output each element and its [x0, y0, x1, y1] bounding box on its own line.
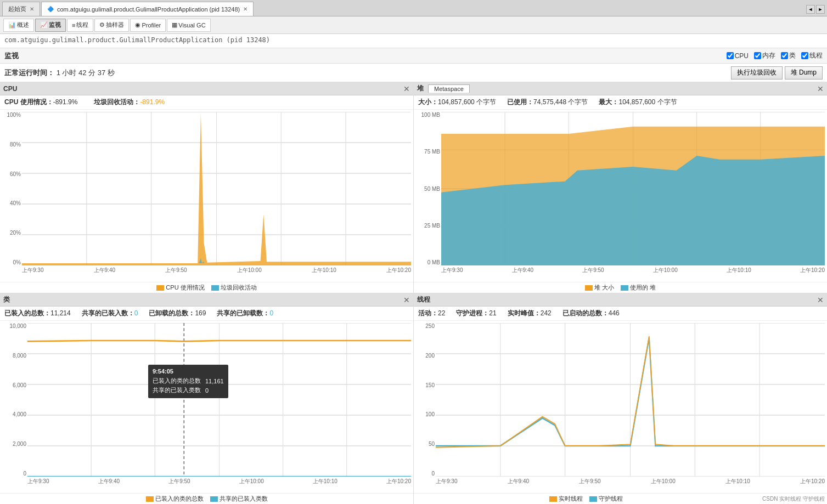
- tooltip-row-1: 已装入的类的总数 11,161: [153, 376, 224, 386]
- classes-stats: 已装入的总数：11,214 共享的已装入数：0 已卸载的总数：169 共享的已卸…: [0, 307, 413, 321]
- heap-stats: 大小：104,857,600 个字节 已使用：74,575,448 个字节 最大…: [414, 95, 827, 110]
- heap-x-5: 上午10:10: [727, 267, 751, 274]
- monitor-checkboxes: CPU 内存 类 线程: [727, 51, 823, 60]
- nav-prev-btn[interactable]: ◄: [806, 5, 815, 14]
- cpu-y-0: 0%: [1, 259, 21, 265]
- cpu-y-20: 20%: [1, 230, 21, 236]
- visualgc-icon: ▦: [172, 21, 177, 29]
- cpu-panel-header: CPU ✕: [0, 82, 413, 95]
- runtime-label: 正常运行时间：: [4, 69, 54, 77]
- threads-panel: 线程 ✕ 活动：22 守护进程：21 实时峰值：242 已启动的总数：446: [414, 293, 827, 504]
- cls-x-4: 上午10:00: [239, 478, 264, 485]
- cls-y-8000: 8,000: [1, 353, 26, 359]
- overview-icon: 📊: [8, 21, 16, 29]
- heap-panel: 堆 Metaspace ✕ 大小：104,857,600 个字节 已使用：74,…: [414, 82, 827, 293]
- heap-x-4: 上午10:00: [653, 267, 678, 274]
- monitor-header: 监视 CPU 内存 类 线程: [0, 48, 827, 64]
- thr-x-5: 上午10:10: [725, 478, 750, 485]
- heap-y-50: 50 MB: [415, 186, 440, 192]
- threads-panel-title: 线程: [417, 295, 430, 304]
- monitor-icon: 📈: [40, 21, 48, 29]
- cpu-x-2: 上午9:40: [94, 267, 115, 274]
- runtime-info: 正常运行时间： 1 小时 42 分 37 秒: [4, 68, 115, 78]
- thr-y-100: 100: [415, 411, 435, 417]
- threads-icon: ≡: [72, 22, 75, 29]
- heap-dump-button[interactable]: 堆 Dump: [785, 66, 823, 80]
- classes-panel-close[interactable]: ✕: [403, 296, 410, 304]
- threads-panel-close[interactable]: ✕: [817, 296, 824, 304]
- cpu-y-80: 80%: [1, 141, 21, 148]
- app-url-bar: com.atguigu.gulimall.product.GulimallPro…: [0, 34, 827, 48]
- classes-tooltip: 9:54:05 已装入的类的总数 11,161 共享的已装入类数 0: [148, 365, 228, 398]
- cpu-legend: CPU 使用情况 垃圾回收活动: [0, 282, 413, 293]
- cpu-x-4: 上午10:00: [237, 267, 262, 274]
- toolbar-btn-threads[interactable]: ≡ 线程: [67, 19, 93, 32]
- thr-y-200: 200: [415, 353, 435, 359]
- checkbox-cpu[interactable]: CPU: [727, 52, 749, 60]
- cpu-panel: CPU ✕ CPU 使用情况：-891.9% 垃圾回收活动：-891.9%: [0, 82, 413, 293]
- checkbox-threads[interactable]: 线程: [801, 51, 823, 60]
- classes-panel-title: 类: [3, 295, 10, 304]
- tab-home-close[interactable]: ✕: [30, 6, 34, 12]
- cls-y-2000: 2,000: [1, 441, 26, 447]
- toolbar-btn-sampler[interactable]: ⚙ 抽样器: [94, 19, 129, 32]
- toolbar-btn-profiler[interactable]: ◉ Profiler: [130, 19, 166, 32]
- cpu-y-60: 60%: [1, 171, 21, 177]
- heap-y-100: 100 MB: [415, 112, 440, 118]
- tooltip-row-2: 共享的已装入类数 0: [153, 386, 224, 395]
- sampler-icon: ⚙: [99, 21, 105, 29]
- thr-y-250: 250: [415, 323, 435, 329]
- cpu-panel-title: CPU: [3, 85, 17, 93]
- cls-x-5: 上午10:10: [313, 478, 337, 485]
- tab-app-label: com.atguigu.gulimall.product.GulimallPro…: [57, 6, 240, 13]
- thr-x-4: 上午10:00: [651, 478, 676, 485]
- threads-label: 线程: [76, 21, 88, 29]
- overview-label: 概述: [17, 21, 29, 29]
- cpu-x-3: 上午9:50: [165, 267, 187, 274]
- threads-legend: 实时线程 守护线程 CSDN 实时线程 守护线程: [414, 493, 827, 504]
- tab-icon: 🔷: [47, 6, 54, 12]
- heap-y-75: 75 MB: [415, 149, 440, 155]
- sampler-label: 抽样器: [106, 21, 124, 29]
- monitor-title: 监视: [4, 51, 19, 61]
- cpu-x-6: 上午10:20: [386, 267, 411, 274]
- gc-button[interactable]: 执行垃圾回收: [731, 66, 783, 80]
- tab-app[interactable]: 🔷 com.atguigu.gulimall.product.GulimallP…: [41, 2, 254, 16]
- checkbox-classes[interactable]: 类: [781, 51, 796, 60]
- toolbar-btn-monitor[interactable]: 📈 监视: [35, 19, 66, 32]
- thr-x-1: 上午9:30: [436, 478, 457, 485]
- app-url-text: com.atguigu.gulimall.product.GulimallPro…: [4, 36, 270, 44]
- monitor-label: 监视: [49, 21, 61, 29]
- heap-y-25: 25 MB: [415, 223, 440, 229]
- heap-panel-title: 堆: [417, 84, 424, 93]
- threads-chart-area: 250 200 150 100 50 0 上午9:30 上午9:40 上午9:5…: [414, 321, 827, 493]
- tab-home[interactable]: 起始页 ✕: [2, 2, 40, 16]
- heap-panel-close[interactable]: ✕: [817, 84, 824, 93]
- threads-stats: 活动：22 守护进程：21 实时峰值：242 已启动的总数：446: [414, 307, 827, 321]
- heap-tabs: Metaspace: [428, 84, 470, 93]
- toolbar-btn-overview[interactable]: 📊 概述: [3, 19, 34, 32]
- cpu-panel-close[interactable]: ✕: [403, 84, 410, 93]
- nav-next-btn[interactable]: ►: [816, 5, 825, 14]
- toolbar-btn-visualgc[interactable]: ▦ Visual GC: [167, 19, 210, 32]
- cpu-x-5: 上午10:10: [312, 267, 336, 274]
- heap-chart-svg: [441, 112, 825, 265]
- heap-x-2: 上午9:40: [512, 267, 533, 274]
- heap-tab-metaspace[interactable]: Metaspace: [428, 84, 470, 93]
- cls-y-4000: 4,000: [1, 411, 26, 417]
- cpu-chart-svg: [22, 112, 411, 265]
- tab-home-label: 起始页: [8, 5, 26, 13]
- checkbox-memory[interactable]: 内存: [754, 51, 775, 60]
- tab-app-close[interactable]: ✕: [243, 6, 247, 12]
- thr-x-6: 上午10:20: [800, 478, 825, 485]
- heap-x-1: 上午9:30: [441, 267, 463, 274]
- app-toolbar: 📊 概述 📈 监视 ≡ 线程 ⚙ 抽样器 ◉ Profiler ▦ Visual…: [0, 16, 827, 34]
- cls-y-0: 0: [1, 471, 26, 477]
- cls-x-1: 上午9:30: [27, 478, 49, 485]
- heap-chart-area: 100 MB 75 MB 50 MB 25 MB 0 MB 上午9:30 上午9…: [414, 110, 827, 282]
- cpu-x-1: 上午9:30: [22, 267, 43, 274]
- main-grid: CPU ✕ CPU 使用情况：-891.9% 垃圾回收活动：-891.9%: [0, 82, 827, 504]
- thr-x-3: 上午9:50: [579, 478, 600, 485]
- heap-x-6: 上午10:20: [800, 267, 825, 274]
- runtime-row: 正常运行时间： 1 小时 42 分 37 秒 执行垃圾回收 堆 Dump: [0, 64, 827, 82]
